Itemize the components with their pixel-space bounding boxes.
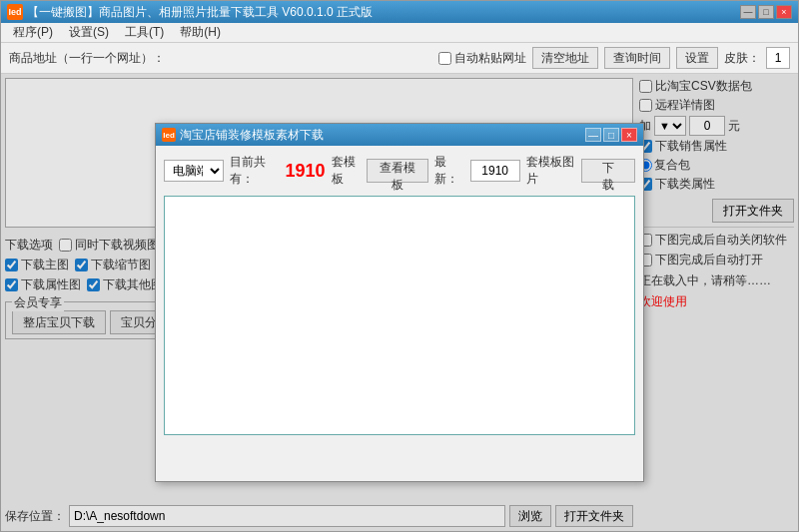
query-time-btn[interactable]: 查询时间 xyxy=(604,47,670,69)
auto-paste-checkbox[interactable] xyxy=(438,52,451,65)
latest-suffix: 套模板图片 xyxy=(526,154,576,188)
main-toolbar: 商品地址（一行一个网址）： 自动粘贴网址 清空地址 查询时间 设置 皮肤： 1 xyxy=(1,43,798,74)
latest-input[interactable] xyxy=(470,160,520,182)
menu-bar: 程序(P) 设置(S) 工具(T) 帮助(H) xyxy=(1,23,798,43)
dialog-icon: Ied xyxy=(162,128,176,142)
count-label: 目前共有： xyxy=(230,154,280,188)
dialog-title-btns: — □ × xyxy=(585,128,637,142)
menu-settings[interactable]: 设置(S) xyxy=(61,22,117,43)
skin-input[interactable]: 1 xyxy=(766,47,790,69)
dialog-content: 电脑端 手机端 目前共有： 1910 套模板 查看模板 最新： 套模板图片 下载 xyxy=(156,146,643,443)
title-bar: Ied 【一键搬图】商品图片、相册照片批量下载工具 V60.0.1.0 正式版 … xyxy=(1,1,798,23)
main-window: Ied 【一键搬图】商品图片、相册照片批量下载工具 V60.0.1.0 正式版 … xyxy=(0,0,799,532)
menu-tools[interactable]: 工具(T) xyxy=(117,22,172,43)
unit-label: 套模板 xyxy=(332,154,362,188)
platform-select[interactable]: 电脑端 手机端 xyxy=(164,160,224,182)
dialog-toolbar: 电脑端 手机端 目前共有： 1910 套模板 查看模板 最新： 套模板图片 下载 xyxy=(164,154,635,188)
template-count: 1910 xyxy=(286,161,326,182)
title-bar-buttons: — □ × xyxy=(740,5,792,19)
maximize-button[interactable]: □ xyxy=(758,5,774,19)
title-bar-text: 【一键搬图】商品图片、相册照片批量下载工具 V60.0.1.0 正式版 xyxy=(27,4,740,21)
auto-paste-checkbox-label[interactable]: 自动粘贴网址 xyxy=(438,50,526,67)
view-template-btn[interactable]: 查看模板 xyxy=(367,159,428,183)
dialog: Ied 淘宝店铺装修模板素材下载 — □ × xyxy=(155,123,644,482)
modal-overlay: Ied 淘宝店铺装修模板素材下载 — □ × xyxy=(1,74,798,531)
minimize-button[interactable]: — xyxy=(740,5,756,19)
url-label: 商品地址（一行一个网址）： xyxy=(9,50,165,67)
dialog-minimize-btn[interactable]: — xyxy=(585,128,601,142)
dialog-title-bar: Ied 淘宝店铺装修模板素材下载 — □ × xyxy=(156,124,643,146)
menu-help[interactable]: 帮助(H) xyxy=(172,22,229,43)
clear-btn[interactable]: 清空地址 xyxy=(532,47,598,69)
latest-label: 最新： xyxy=(434,154,464,188)
app-icon: Ied xyxy=(7,4,23,20)
close-button[interactable]: × xyxy=(776,5,792,19)
menu-program[interactable]: 程序(P) xyxy=(5,22,61,43)
dialog-close-btn[interactable]: × xyxy=(621,128,637,142)
skin-label: 皮肤： xyxy=(724,50,760,67)
template-list[interactable] xyxy=(164,196,635,435)
dialog-maximize-btn[interactable]: □ xyxy=(603,128,619,142)
settings-btn[interactable]: 设置 xyxy=(676,47,718,69)
window-body: 下载选项 同时下载视频图 下载主图 下载缩节图 xyxy=(1,74,798,531)
dialog-title: 淘宝店铺装修模板素材下载 xyxy=(180,127,585,144)
download-btn[interactable]: 下载 xyxy=(581,159,635,183)
content-area: 下载选项 同时下载视频图 下载主图 下载缩节图 xyxy=(1,74,798,531)
